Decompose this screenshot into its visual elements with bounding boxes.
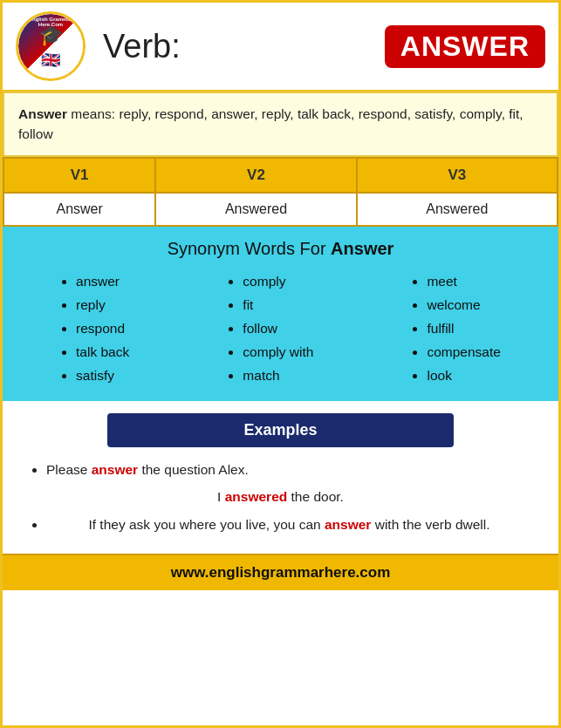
list-item: welcome [427,293,500,316]
footer: www.englishgrammarhere.com [3,554,558,590]
synonyms-section: Synonym Words For Answer answer reply re… [3,227,558,402]
examples-list: Please answer the question Alex. [29,459,532,480]
logo: 🎓 🇬🇧 English Grammar Here.Com [16,11,86,81]
vform-v1: Answer [3,193,155,226]
vforms-header-v1: V1 [3,158,155,193]
list-item: follow [243,316,313,340]
verb-badge: ANSWER [385,25,545,68]
vforms-header-v3: V3 [357,158,558,193]
examples-header-wrapper: Examples [3,401,558,447]
page-title: Verb: [103,28,385,65]
synonyms-grid: answer reply respond talk back satisfy c… [11,269,550,388]
synonyms-col-1: answer reply respond talk back satisfy [60,269,129,388]
vform-v3: Answered [357,193,558,226]
list-item: talk back [76,340,129,364]
list-item: reply [76,293,129,316]
list-item: satisfy [76,364,129,387]
vforms-header-v2: V2 [155,158,356,193]
footer-url: www.englishgrammarhere.com [171,564,391,581]
means-label: Answer [18,106,67,121]
example-1-after: the question Alex. [138,462,249,477]
list-item: comply [243,269,313,293]
list-item: look [427,364,500,387]
examples-header: Examples [107,413,454,447]
examples-list-3: If they ask you where you live, you can … [29,514,532,534]
example-2-highlight: answered [225,489,288,504]
logo-hat-icon: 🎓 [39,24,63,47]
example-item-2: I answered the door. [217,486,344,507]
list-item: meet [427,269,500,293]
list-item: fit [243,293,313,316]
example-1-highlight: answer [92,462,138,477]
list-item: compensate [427,340,500,364]
examples-list-2: I answered the door. [29,486,532,514]
synonyms-col-2: comply fit follow comply with match [227,269,313,388]
vform-v2: Answered [155,193,356,226]
means-section: Answer means: reply, respond, answer, re… [3,92,558,157]
examples-section: Please answer the question Alex. I answe… [3,447,558,554]
example-2-after: the door. [287,489,344,504]
vforms-table: V1 V2 V3 Answer Answered Answered [3,157,558,227]
example-item-1: Please answer the question Alex. [46,459,532,480]
synonyms-col-3: meet welcome fulfill compensate look [411,269,500,388]
means-text: means: reply, respond, answer, reply, ta… [18,106,523,141]
logo-text-top: English Grammar Here.Com [18,17,83,27]
synonyms-title: Synonym Words For Answer [11,239,550,259]
example-item-3: If they ask you where you live, you can … [46,514,532,534]
list-item: match [243,364,313,387]
header: 🎓 🇬🇧 English Grammar Here.Com Verb: ANSW… [3,3,558,92]
example-2-before: I [217,489,225,504]
example-3-before: If they ask you where you live, you can [88,517,325,532]
example-1-before: Please [46,462,92,477]
logo-uk-icon: 🇬🇧 [41,51,60,70]
list-item: fulfill [427,316,500,340]
example-3-after: with the verb dwell. [371,517,489,532]
list-item: respond [76,316,129,340]
list-item: answer [76,269,129,293]
example-3-highlight: answer [325,517,371,532]
list-item: comply with [243,340,313,364]
